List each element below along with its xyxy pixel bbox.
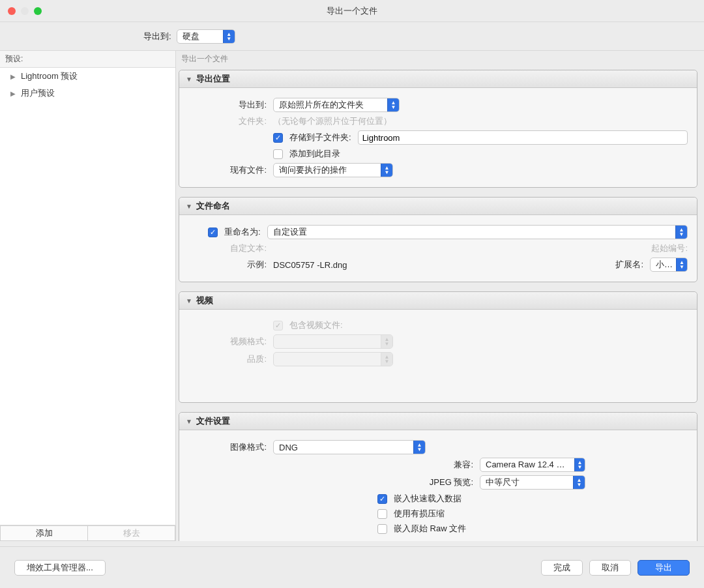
content-header: 导出一个文件 <box>176 51 704 67</box>
panel-file-settings: ▼ 文件设置 图像格式: DNG 兼容: Camera Raw 1 <box>179 412 697 541</box>
preset-header: 预设: <box>0 51 175 67</box>
example-value: DSC05757 -LR.dng <box>273 260 347 270</box>
extension-label: 扩展名: <box>615 259 643 271</box>
preset-sidebar: 预设: ▶ Lightroom 预设 ▶ 用户预设 添加 移去 <box>0 51 176 541</box>
chevron-updown-icon <box>413 441 425 454</box>
chevron-updown-icon <box>675 226 687 239</box>
preset-item-lightroom[interactable]: ▶ Lightroom 预设 <box>0 68 175 85</box>
existing-files-value: 询问要执行的操作 <box>279 164 381 176</box>
video-format-select <box>273 334 393 349</box>
add-catalog-label: 添加到此目录 <box>289 148 340 160</box>
content: 导出一个文件 ▼ 导出位置 导出到: 原始照片所在的文件夹 <box>176 51 704 541</box>
panel-file-naming: ▼ 文件命名 重命名为: 自定设置 自定文本: <box>179 197 697 282</box>
window-title: 导出一个文件 <box>0 5 704 17</box>
starting-number-label: 起始编号: <box>651 243 688 254</box>
panel-video: ▼ 视频 包含视频文件: 视频格式: <box>179 291 697 403</box>
compat-select[interactable]: Camera Raw 12.4 及以上 <box>480 458 585 472</box>
example-label: 示例: <box>188 259 267 271</box>
video-format-label: 视频格式: <box>188 336 267 347</box>
preset-list: ▶ Lightroom 预设 ▶ 用户预设 <box>0 67 175 525</box>
subfolder-label: 存储到子文件夹: <box>289 132 351 143</box>
image-format-label: 图像格式: <box>188 441 267 453</box>
rename-select[interactable]: 自定设置 <box>267 225 688 239</box>
preset-item-label: Lightroom 预设 <box>21 70 78 82</box>
export-button[interactable]: 导出 <box>638 560 690 576</box>
rename-label: 重命名为: <box>224 226 261 238</box>
jpegpreview-select[interactable]: 中等尺寸 <box>480 475 585 490</box>
chevron-updown-icon <box>676 258 687 271</box>
export-to-select[interactable]: 硬盘 <box>177 29 235 44</box>
triangle-down-icon: ▼ <box>186 297 192 304</box>
panel-title: 导出位置 <box>196 73 230 85</box>
embed-raw-checkbox[interactable] <box>377 524 387 534</box>
panel-title: 视频 <box>196 295 213 306</box>
panel-title: 文件命名 <box>196 200 230 212</box>
add-catalog-checkbox[interactable] <box>273 149 283 159</box>
lossy-label: 使用有损压缩 <box>394 508 445 520</box>
chevron-updown-icon <box>223 30 235 43</box>
compat-value: Camera Raw 12.4 及以上 <box>486 459 574 471</box>
done-button[interactable]: 完成 <box>541 560 583 576</box>
include-video-label: 包含视频文件: <box>289 319 343 331</box>
fast-load-checkbox[interactable] <box>377 494 387 504</box>
triangle-down-icon: ▼ <box>186 203 192 210</box>
panel-header[interactable]: ▼ 文件命名 <box>179 198 697 215</box>
extension-value: 小写 <box>656 259 676 271</box>
include-video-checkbox <box>273 321 283 331</box>
jpegpreview-value: 中等尺寸 <box>486 477 573 488</box>
export-location-select[interactable]: 原始照片所在的文件夹 <box>273 98 400 112</box>
subfolder-input[interactable] <box>358 130 688 145</box>
rename-value: 自定设置 <box>273 226 675 238</box>
preset-item-user[interactable]: ▶ 用户预设 <box>0 85 175 102</box>
existing-files-label: 现有文件: <box>188 164 267 176</box>
video-quality-select <box>273 352 393 366</box>
jpegpreview-label: JPEG 预览: <box>291 477 473 488</box>
plugin-manager-button[interactable]: 增效工具管理器... <box>14 560 106 576</box>
chevron-right-icon: ▶ <box>10 73 16 80</box>
embed-raw-label: 嵌入原始 Raw 文件 <box>394 523 466 535</box>
add-preset-button[interactable]: 添加 <box>0 525 88 541</box>
folder-label: 文件夹: <box>188 115 267 127</box>
export-to-row: 导出到: 硬盘 <box>0 22 704 51</box>
footer: 增效工具管理器... 完成 取消 导出 <box>0 546 704 588</box>
preset-buttons: 添加 移去 <box>0 525 175 541</box>
panel-title: 文件设置 <box>196 415 230 427</box>
triangle-down-icon: ▼ <box>186 76 192 83</box>
chevron-right-icon: ▶ <box>10 90 16 97</box>
rename-checkbox[interactable] <box>208 228 218 237</box>
existing-files-select[interactable]: 询问要执行的操作 <box>273 163 393 177</box>
compat-label: 兼容: <box>291 459 473 471</box>
chevron-updown-icon <box>381 335 392 348</box>
export-location-value: 原始照片所在的文件夹 <box>279 99 387 111</box>
image-format-value: DNG <box>279 443 413 452</box>
subfolder-checkbox[interactable] <box>273 133 283 143</box>
titlebar: 导出一个文件 <box>0 0 704 22</box>
folder-hint: （无论每个源照片位于何位置） <box>273 115 392 127</box>
scroll-area[interactable]: ▼ 导出位置 导出到: 原始照片所在的文件夹 文件夹: （无论每个源照片位于何位… <box>176 67 704 541</box>
export-to-label: 导出到: <box>143 31 171 42</box>
preset-item-label: 用户预设 <box>21 87 55 99</box>
export-to-value: 硬盘 <box>183 31 223 42</box>
custom-text-label: 自定文本: <box>188 243 267 254</box>
chevron-updown-icon <box>381 353 392 366</box>
chevron-updown-icon <box>387 98 399 111</box>
export-to-label: 导出到: <box>188 99 267 111</box>
remove-preset-button: 移去 <box>88 525 175 541</box>
fast-load-label: 嵌入快速载入数据 <box>394 493 462 505</box>
triangle-down-icon: ▼ <box>186 418 192 425</box>
chevron-updown-icon <box>574 458 585 471</box>
lossy-checkbox[interactable] <box>377 509 387 519</box>
panel-header[interactable]: ▼ 导出位置 <box>179 70 697 88</box>
video-quality-label: 品质: <box>188 353 267 365</box>
chevron-updown-icon <box>381 164 392 177</box>
extension-select[interactable]: 小写 <box>650 257 688 272</box>
chevron-updown-icon <box>573 476 585 489</box>
cancel-button[interactable]: 取消 <box>589 560 631 576</box>
image-format-select[interactable]: DNG <box>273 440 426 454</box>
panel-header[interactable]: ▼ 文件设置 <box>179 413 697 430</box>
panel-header[interactable]: ▼ 视频 <box>179 292 697 310</box>
panel-export-location: ▼ 导出位置 导出到: 原始照片所在的文件夹 文件夹: （无论每个源照片位于何位… <box>179 70 697 188</box>
